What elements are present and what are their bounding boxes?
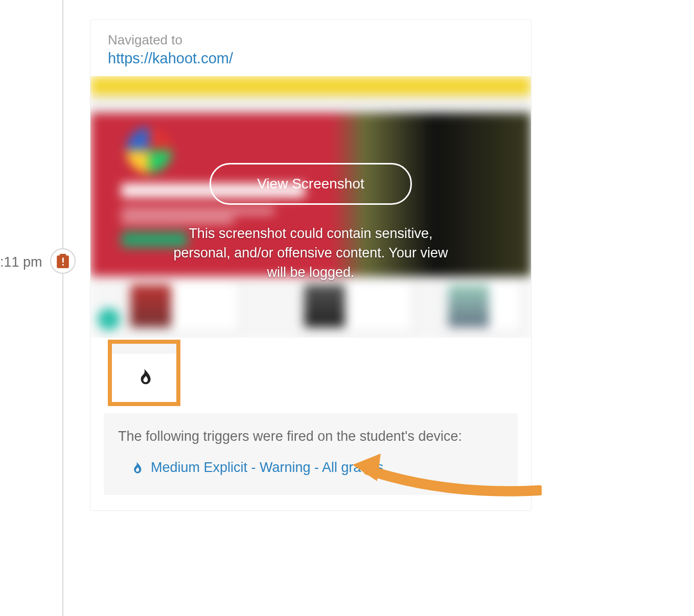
card-header: Navigated to https://kahoot.com/ (90, 20, 531, 76)
trigger-link-label: Medium Explicit - Warning - All grades (151, 460, 383, 476)
navigated-to-label: Navigated to (108, 32, 514, 48)
trigger-link[interactable]: Medium Explicit - Warning - All grades (118, 460, 503, 476)
triggers-heading: The following triggers were fired on the… (118, 429, 503, 444)
screenshot-overlay: View Screenshot This screenshot could co… (90, 76, 531, 338)
thumbnail-row (90, 338, 531, 406)
event-timestamp: :11 pm (0, 254, 42, 270)
trigger-thumbnail[interactable] (108, 340, 180, 406)
flame-icon (129, 461, 144, 475)
view-screenshot-button[interactable]: View Screenshot (210, 163, 412, 205)
clipboard-alert-icon (56, 254, 70, 268)
timeline-line (62, 0, 63, 616)
activity-card: Navigated to https://kahoot.com/ View Sc… (90, 19, 531, 511)
timeline-alert-badge (50, 248, 76, 274)
screenshot-warning-text: This screenshot could contain sensitive,… (168, 224, 454, 282)
screenshot-preview: View Screenshot This screenshot could co… (90, 76, 531, 338)
navigated-url-link[interactable]: https://kahoot.com/ (108, 50, 233, 66)
triggers-panel: The following triggers were fired on the… (104, 413, 518, 495)
flame-icon (134, 367, 154, 387)
svg-rect-0 (62, 258, 64, 263)
svg-rect-1 (62, 264, 64, 266)
